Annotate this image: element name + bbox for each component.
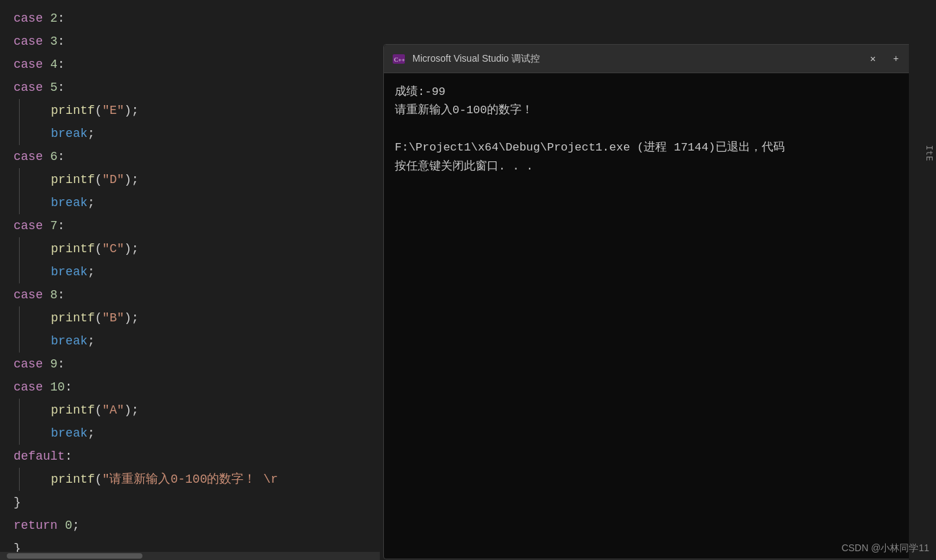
code-line: printf ( "B" ); [0,306,380,329]
code-editor: case 2 : case 3 : case 4 : case 5 : prin… [0,0,380,560]
code-line: break ; [0,122,380,145]
svg-text:C++: C++ [394,56,405,63]
code-line: case 7 : [0,214,380,237]
terminal-content: 成绩:-99 请重新输入0-100的数字！ F:\Project1\x64\De… [384,73,935,559]
code-line: break ; [0,260,380,283]
code-line: printf ( "E" ); [0,99,380,122]
terminal-output-line1: 成绩:-99 [395,83,924,101]
code-line: case 10 : [0,376,380,399]
terminal-window: C++ Microsoft Visual Studio 调试控 ✕ + ⌄ 成绩… [383,44,936,559]
code-line: case 5 : [0,76,380,99]
code-line: case 8 : [0,283,380,306]
terminal-icon: C++ [391,51,407,67]
code-line: printf ( "C" ); [0,237,380,260]
ite-label: ItE [923,142,936,163]
right-sidebar: ItE [909,0,936,560]
code-line: return 0 ; [0,514,380,537]
terminal-titlebar: C++ Microsoft Visual Studio 调试控 ✕ + ⌄ [384,45,935,73]
scrollbar-thumb[interactable] [7,553,142,559]
terminal-output-line5: 按任意键关闭此窗口. . . [395,157,924,176]
terminal-close-button[interactable]: ✕ [863,49,882,68]
code-line: printf ( "A" ); [0,399,380,422]
terminal-title: Microsoft Visual Studio 调试控 [412,53,863,65]
code-keyword: case [14,7,43,30]
code-line: printf ( "请重新输入0-100的数字！ \r [0,468,380,491]
code-line: case 4 : [0,53,380,76]
terminal-output-line4: F:\Project1\x64\Debug\Project1.exe (进程 1… [395,138,924,157]
csdn-watermark: CSDN @小林同学11 [842,542,929,555]
code-line: break ; [0,191,380,214]
code-line: case 6 : [0,145,380,168]
terminal-empty-line [395,119,924,138]
code-line: case 2 : [0,7,380,30]
code-line: break ; [0,329,380,353]
terminal-add-tab-button[interactable]: + [886,49,905,68]
code-line: printf ( "D" ); [0,168,380,191]
terminal-output-line2: 请重新输入0-100的数字！ [395,101,924,119]
code-line: break ; [0,422,380,445]
code-line: case 3 : [0,30,380,53]
code-line: } [0,491,380,514]
code-line: default : [0,445,380,468]
code-line: case 9 : [0,353,380,376]
horizontal-scrollbar[interactable] [0,552,380,560]
